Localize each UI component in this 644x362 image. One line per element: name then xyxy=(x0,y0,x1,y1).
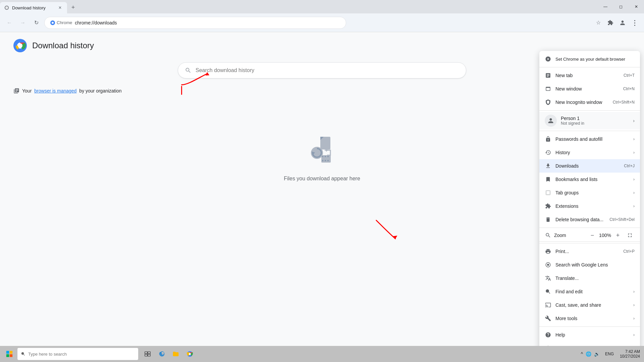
taskbar-search-bar[interactable] xyxy=(17,348,138,360)
extensions-arrow-icon: › xyxy=(633,204,635,208)
downloads-icon xyxy=(545,163,551,169)
incognito-label: New Incognito window xyxy=(555,100,609,105)
file-explorer-button[interactable] xyxy=(169,347,182,361)
menu-help[interactable]: Help › xyxy=(539,328,640,342)
restore-button[interactable]: ◻ xyxy=(613,0,629,13)
forward-button[interactable]: → xyxy=(17,17,28,28)
delete-shortcut: Ctrl+Shift+Del xyxy=(609,217,635,222)
menu-settings[interactable]: Settings xyxy=(539,342,640,346)
edge-icon xyxy=(158,351,165,357)
menu-bookmarks[interactable]: Bookmarks and lists › xyxy=(539,173,640,186)
address-actions: ☆ ⋮ xyxy=(593,17,640,28)
svg-rect-25 xyxy=(10,354,12,357)
downloads-shortcut: Ctrl+J xyxy=(624,164,635,168)
zoom-out-button[interactable]: − xyxy=(588,231,597,240)
svg-rect-27 xyxy=(148,352,151,354)
menu-downloads[interactable]: Downloads Ctrl+J xyxy=(539,159,640,173)
svg-rect-26 xyxy=(145,352,148,354)
menu-default-browser[interactable]: Set Chrome as your default browser xyxy=(539,52,640,66)
tray-network-icon[interactable]: 🌐 xyxy=(586,351,591,357)
menu-browser-features-section: Passwords and autofill › History › Downl… xyxy=(539,131,640,228)
bookmarks-icon xyxy=(545,176,551,183)
chrome-label: Chrome xyxy=(57,20,72,25)
menu-tab-groups[interactable]: Tab groups › xyxy=(539,186,640,199)
address-bar: ← → ↻ Chrome chrome://downloads ☆ ⋮ xyxy=(0,13,644,32)
menu-cast[interactable]: Cast, save, and share › xyxy=(539,298,640,312)
edge-browser-button[interactable] xyxy=(155,347,168,361)
search-bar[interactable] xyxy=(178,62,466,78)
menu-delete-browsing[interactable]: Delete browsing data... Ctrl+Shift+Del xyxy=(539,213,640,226)
help-icon xyxy=(545,331,551,338)
back-button[interactable]: ← xyxy=(4,17,15,28)
menu-button[interactable]: ⋮ xyxy=(629,17,640,28)
cast-icon xyxy=(545,302,551,308)
zoom-value: 100% xyxy=(598,233,612,238)
address-input-container[interactable]: Chrome chrome://downloads xyxy=(44,17,346,29)
bookmark-button[interactable]: ☆ xyxy=(593,17,604,28)
menu-history[interactable]: History › xyxy=(539,146,640,159)
fullscreen-button[interactable] xyxy=(625,231,635,240)
more-tools-label: More tools xyxy=(555,316,629,321)
active-tab[interactable]: Download history ✕ xyxy=(0,2,67,13)
menu-extensions[interactable]: Extensions › xyxy=(539,199,640,213)
history-label: History xyxy=(555,150,629,155)
tab-close-button[interactable]: ✕ xyxy=(57,5,63,11)
managed-link[interactable]: browser is managed xyxy=(34,88,76,94)
window-controls: — ◻ ✕ xyxy=(598,0,644,13)
default-browser-icon xyxy=(545,56,551,62)
svg-point-5 xyxy=(18,43,22,48)
new-tab-shortcut: Ctrl+T xyxy=(624,73,635,78)
menu-new-window[interactable]: New window Ctrl+N xyxy=(539,82,640,96)
menu-incognito[interactable]: New Incognito window Ctrl+Shift+N xyxy=(539,96,640,109)
delete-browsing-label: Delete browsing data... xyxy=(555,217,605,222)
zoom-icon xyxy=(545,232,551,239)
menu-system-section: Help › Settings Exit xyxy=(539,327,640,346)
incognito-shortcut: Ctrl+Shift+N xyxy=(613,100,635,105)
managed-prefix: Your xyxy=(22,88,32,94)
task-view-button[interactable] xyxy=(141,347,154,361)
tray-up-arrow[interactable]: ^ xyxy=(581,351,583,357)
start-button[interactable] xyxy=(3,347,16,361)
tray-clock[interactable]: 7:42 AM 10/27/2024 xyxy=(616,349,640,359)
taskbar-search-input[interactable] xyxy=(28,352,135,357)
profile-button[interactable] xyxy=(617,17,628,28)
tray-volume-icon[interactable]: 🔊 xyxy=(594,351,600,357)
svg-rect-17 xyxy=(327,160,329,161)
print-icon xyxy=(545,248,551,255)
svg-rect-29 xyxy=(148,354,151,356)
extensions-button[interactable] xyxy=(605,17,616,28)
svg-rect-12 xyxy=(322,156,323,157)
google-lens-icon xyxy=(545,261,551,268)
menu-more-tools[interactable]: More tools › xyxy=(539,312,640,325)
close-button[interactable]: ✕ xyxy=(629,0,644,13)
menu-google-lens[interactable]: Search with Google Lens xyxy=(539,258,640,272)
menu-find-edit[interactable]: Find and edit › xyxy=(539,285,640,298)
menu-profile[interactable]: Person 1 Not signed in › xyxy=(539,112,640,129)
zoom-label: Zoom xyxy=(554,233,585,238)
minimize-button[interactable]: — xyxy=(598,0,613,13)
tray-lang[interactable]: ENG xyxy=(604,352,615,356)
tab-groups-icon xyxy=(545,189,551,196)
menu-translate[interactable]: Translate... xyxy=(539,272,640,285)
taskbar-search-icon xyxy=(21,352,25,356)
bookmarks-arrow-icon: › xyxy=(633,177,635,182)
menu-new-section: New tab Ctrl+T New window Ctrl+N New Inc… xyxy=(539,67,640,111)
svg-point-21 xyxy=(547,264,549,266)
menu-new-tab[interactable]: New tab Ctrl+T xyxy=(539,69,640,82)
svg-rect-13 xyxy=(325,156,326,157)
tab-groups-arrow-icon: › xyxy=(633,190,635,195)
more-tools-arrow-icon: › xyxy=(633,316,635,321)
new-tab-button[interactable]: + xyxy=(68,3,78,12)
svg-rect-6 xyxy=(320,137,330,149)
chrome-taskbar-button[interactable] xyxy=(183,347,197,361)
search-input[interactable] xyxy=(196,67,459,73)
zoom-in-button[interactable]: + xyxy=(613,231,623,240)
tray-date-display: 10/27/2024 xyxy=(620,354,640,359)
empty-state-icon xyxy=(302,130,342,170)
passwords-arrow-icon: › xyxy=(633,137,635,141)
menu-print[interactable]: Print... Ctrl+P xyxy=(539,245,640,258)
reload-button[interactable]: ↻ xyxy=(31,17,42,28)
tab-bar: Download history ✕ + — ◻ ✕ xyxy=(0,0,644,13)
menu-passwords[interactable]: Passwords and autofill › xyxy=(539,132,640,146)
incognito-icon xyxy=(545,99,551,106)
